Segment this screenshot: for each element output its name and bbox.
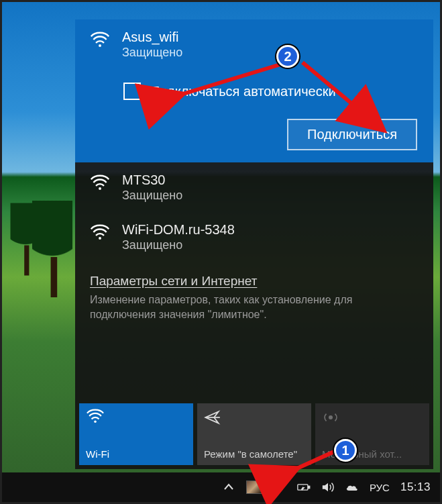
network-name: WiFi-DOM.ru-5348 <box>122 221 235 238</box>
tray-network-icon[interactable]: * <box>273 481 286 494</box>
auto-connect-checkbox[interactable] <box>123 83 141 100</box>
svg-point-5 <box>279 491 280 492</box>
airplane-icon <box>204 409 305 427</box>
svg-rect-7 <box>309 486 310 488</box>
annotation-arrow <box>290 57 398 144</box>
tray-battery-icon[interactable] <box>297 481 311 494</box>
tray-overflow-icon[interactable] <box>222 481 235 494</box>
wifi-icon <box>90 174 110 191</box>
network-status: Защищено <box>122 238 235 252</box>
taskbar: * РУС 15:13 <box>2 472 440 502</box>
network-name: Asus_wifi <box>122 29 182 46</box>
tile-label: Wi-Fi <box>86 448 186 460</box>
wifi-icon <box>90 32 110 48</box>
network-name: MTS30 <box>122 172 182 189</box>
wifi-network-item[interactable]: MTS30 Защищено <box>75 162 433 212</box>
hotspot-icon <box>322 409 423 427</box>
svg-point-3 <box>94 420 97 423</box>
network-settings-link[interactable]: Параметры сети и Интернет <box>90 274 419 289</box>
tray-language[interactable]: РУС <box>370 482 390 493</box>
tile-wifi[interactable]: Wi-Fi <box>79 403 193 465</box>
network-status: Защищено <box>122 189 182 203</box>
wifi-icon <box>90 224 110 240</box>
tray-clock[interactable]: 15:13 <box>400 481 431 494</box>
svg-point-1 <box>99 187 101 190</box>
quick-action-tiles: Wi-Fi Режим "в самолете" <box>75 394 433 469</box>
tray-onedrive-icon[interactable] <box>345 481 359 494</box>
annotation-step-1: 1 <box>334 439 357 462</box>
svg-point-0 <box>99 44 101 47</box>
svg-point-4 <box>329 416 332 419</box>
annotation-step-2: 2 <box>276 45 299 68</box>
tray-volume-icon[interactable] <box>321 481 335 494</box>
taskbar-app-thumbnail[interactable] <box>246 481 262 494</box>
network-settings-subtitle: Изменение параметров, таких как установл… <box>90 293 419 321</box>
wifi-network-item[interactable]: WiFi-DOM.ru-5348 Защищено <box>75 212 433 262</box>
wifi-icon <box>86 409 186 427</box>
svg-point-2 <box>99 237 101 240</box>
